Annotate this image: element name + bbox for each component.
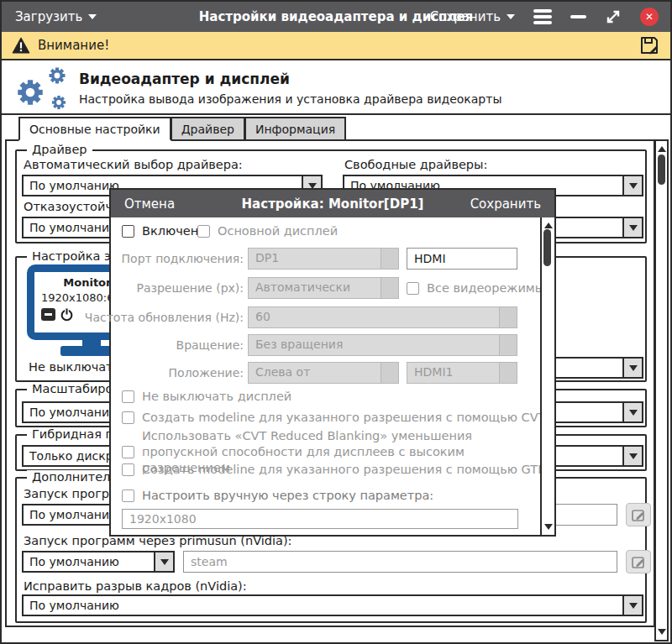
dropdown-arrow-icon	[629, 453, 638, 463]
primary-display-checkbox[interactable]	[197, 225, 210, 238]
dropdown-arrow-icon	[629, 410, 638, 420]
scrollbar-thumb[interactable]	[543, 229, 551, 266]
enabled-checkbox[interactable]	[122, 225, 134, 238]
gtf-row: Создать modeline для указанного разрешен…	[122, 463, 545, 476]
position-combo: Слева от	[248, 362, 399, 384]
position-target-combo: HDMI1	[407, 362, 517, 384]
manual-modeline-input[interactable]	[122, 509, 518, 529]
manual-label: Настроить вручную через строку параметра…	[142, 489, 433, 502]
primus-command-input[interactable]	[183, 551, 617, 573]
rotation-combo: Без вращения	[248, 334, 517, 356]
scroll-down-icon[interactable]	[542, 524, 554, 531]
monitor-settings-dialog: Отмена Настройка: Monitor[DP1] Сохранить…	[109, 188, 556, 537]
load-menu-label: Загрузить	[15, 9, 82, 24]
warning-icon	[12, 37, 30, 54]
warning-bar: Внимание!	[2, 32, 670, 60]
close-icon[interactable]: ✕	[640, 8, 659, 26]
dialog-header: Отмена Настройка: Monitor[DP1] Сохранить	[111, 190, 554, 217]
dpms-checkbox[interactable]	[122, 390, 134, 403]
edit-pencil-icon	[631, 507, 646, 522]
combo-button	[499, 335, 517, 355]
dropdown-arrow-icon	[160, 559, 169, 569]
combo-button	[381, 278, 398, 298]
manual-row: Настроить вручную через строку параметра…	[122, 489, 433, 502]
tearfree-label: Исправить разрыв кадров (nVidia):	[24, 579, 247, 593]
chevron-down-icon	[88, 14, 97, 24]
combo-button	[381, 363, 398, 383]
combo-button	[499, 307, 517, 327]
port-label: Порт подключения:	[122, 248, 244, 270]
scroll-up-icon[interactable]	[542, 221, 554, 228]
power-icon[interactable]	[60, 307, 74, 322]
cvt-checkbox[interactable]	[122, 411, 134, 424]
auto-driver-label: Автоматический выбор драйвера:	[24, 158, 243, 171]
gears-icon	[8, 64, 74, 113]
refresh-combo: 60	[248, 306, 517, 328]
save-menu-label: Сохранить	[430, 9, 501, 24]
dialog-scrollbar[interactable]	[540, 217, 554, 535]
rotation-label: Вращение:	[176, 334, 244, 356]
resolution-combo: Автоматически	[248, 277, 399, 299]
tab-main-settings[interactable]: Основные настройки	[18, 117, 171, 141]
scroll-up-icon[interactable]	[656, 144, 667, 152]
combo-button	[499, 363, 517, 383]
primus-edit-button[interactable]	[626, 550, 651, 573]
dialog-cancel-button[interactable]: Отмена	[124, 196, 175, 212]
gtf-checkbox[interactable]	[122, 463, 134, 476]
manual-checkbox[interactable]	[122, 490, 134, 502]
resolution-label: Разрешение (px):	[136, 277, 244, 299]
position-label: Положение:	[169, 362, 244, 384]
gtf-label: Создать modeline для указанного разрешен…	[142, 463, 545, 476]
load-menu-button[interactable]: Загрузить	[2, 9, 97, 24]
page-title: Видеоадаптер и дисплей	[79, 71, 501, 87]
enabled-checkbox-row: Включен	[122, 224, 198, 238]
scroll-down-icon[interactable]	[656, 629, 667, 636]
refresh-label: Частота обновления (Hz):	[85, 306, 244, 328]
optirun-edit-button[interactable]	[626, 503, 651, 526]
port-input[interactable]	[407, 248, 517, 270]
dropdown-arrow-icon	[629, 183, 638, 193]
scrollbar-thumb[interactable]	[658, 154, 665, 185]
primary-checkbox-row: Основной дисплей	[197, 224, 338, 238]
free-drivers-label: Свободные драйверы:	[344, 158, 487, 171]
edit-pencil-icon	[631, 554, 646, 569]
group-driver-title: Драйвер	[27, 143, 92, 156]
monitor-stand	[82, 333, 101, 347]
tab-information[interactable]: Информация	[245, 117, 346, 141]
page-subtitle: Настройка вывода изображения и установка…	[79, 92, 501, 106]
save-menu-button[interactable]: Сохранить	[430, 9, 515, 24]
disable-display-icon[interactable]	[41, 308, 55, 321]
primary-display-label: Основной дисплей	[218, 224, 338, 238]
port-combo: DP1	[248, 248, 399, 270]
primus-dropdown[interactable]: По умолчанию	[22, 551, 175, 573]
cvt-row: Создать modeline для указанного разрешен…	[122, 411, 546, 424]
warning-text: Внимание!	[38, 38, 109, 53]
all-videomodes-checkbox[interactable]	[407, 282, 419, 295]
save-file-icon[interactable]	[638, 34, 660, 56]
dropdown-arrow-icon	[629, 603, 638, 613]
all-videomodes-label: Все видеорежимы	[427, 281, 544, 295]
tab-bar: Основные настройки Драйвер Информация	[18, 117, 346, 139]
page-scrollbar[interactable]	[654, 139, 669, 641]
dropdown-arrow-icon	[629, 365, 638, 375]
all-modes-row: Все видеорежимы	[407, 281, 544, 295]
tab-driver[interactable]: Драйвер	[171, 117, 245, 141]
dialog-save-button[interactable]: Сохранить	[470, 196, 541, 212]
cvt-label: Создать modeline для указанного разрешен…	[142, 411, 546, 424]
dropdown-arrow-icon	[629, 225, 638, 235]
dpms-label: Не выключать дисплей	[142, 390, 291, 403]
chevron-down-icon	[507, 14, 515, 24]
dpms-row: Не выключать дисплей	[122, 390, 291, 403]
minimize-icon[interactable]	[570, 15, 586, 18]
cvt-rb-checkbox[interactable]	[122, 446, 134, 458]
app-header: Видеоадаптер и дисплей Настройка вывода …	[2, 62, 670, 115]
expand-icon[interactable]	[605, 8, 622, 25]
enabled-label: Включен	[142, 224, 198, 238]
titlebar: Загрузить Настройки видеоадаптера и дисп…	[2, 2, 670, 32]
tearfree-dropdown[interactable]: По умолчанию	[22, 594, 643, 616]
combo-button	[381, 249, 398, 269]
menu-icon[interactable]	[533, 9, 552, 24]
